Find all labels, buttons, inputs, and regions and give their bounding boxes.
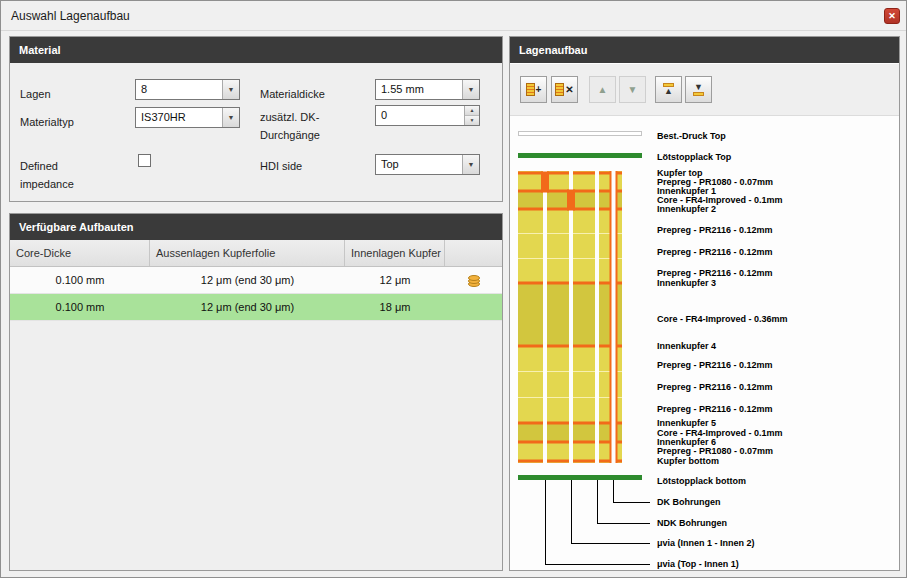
materialdicke-select[interactable]: 1.55 mm ▼ [375, 79, 480, 100]
table-row[interactable]: 0.100 mm12 μm (end 30 μm)18 μm [10, 294, 502, 321]
delete-x-icon: ✕ [565, 84, 573, 95]
dk-plating [616, 171, 618, 463]
close-button[interactable]: ✕ [884, 8, 900, 24]
plus-icon: + [536, 84, 542, 95]
layer-bar-icon [693, 92, 704, 96]
spinner-down-button[interactable]: ▼ [465, 115, 479, 125]
cell-icon [445, 294, 502, 320]
hdi-side-value: Top [376, 155, 462, 174]
layer-label: Kupfer bottom [657, 455, 719, 467]
arrow-down-icon: ▼ [694, 83, 703, 92]
layer-label: Prepreg - PR2116 - 0.12mm [657, 403, 773, 415]
stackup-view: Best.-Druck TopLötstopplack TopKupfer to… [510, 127, 899, 570]
layer-label: Innenkupfer 3 [657, 277, 716, 289]
dialog-title: Auswahl Lagenaufbau [11, 9, 130, 23]
add-layer-button[interactable]: + [520, 76, 547, 103]
dropdown-arrow-icon[interactable]: ▼ [222, 80, 239, 99]
arrow-up-icon: ▲ [664, 87, 673, 96]
cell-icon [445, 267, 502, 293]
cell-aussen: 12 μm (end 30 μm) [150, 294, 345, 320]
leader-uvia-innen [572, 480, 651, 544]
layer-label: μvia (Top - Innen 1) [657, 558, 739, 570]
layer-label: Prepreg - PR2116 - 0.12mm [657, 224, 773, 236]
lagen-label: Lagen [20, 85, 51, 103]
dk-hole [611, 171, 616, 463]
layer-label: Innenkupfer 2 [657, 203, 716, 215]
layer-label: Core - FR4-Improved - 0.36mm [657, 313, 788, 325]
dk-plating [610, 171, 612, 463]
move-down-button[interactable]: ▼ [619, 76, 646, 103]
dropdown-arrow-icon[interactable]: ▼ [462, 80, 479, 99]
aufbauten-table-body: 0.100 mm12 μm (end 30 μm)12 μm0.100 mm12… [10, 267, 502, 321]
layer-label: μvia (Innen 1 - Innen 2) [657, 537, 755, 549]
cell-core: 0.100 mm [10, 267, 150, 293]
close-icon: ✕ [888, 11, 896, 21]
layer-label: Innenkupfer 4 [657, 340, 716, 352]
microvia-hole [569, 171, 573, 463]
materialtyp-select[interactable]: IS370HR ▼ [135, 107, 240, 128]
titlebar: Auswahl Lagenaufbau ✕ [1, 1, 906, 31]
materialtyp-label: Materialtyp [20, 113, 74, 131]
aufbauten-panel: Verfügbare Aufbauten Core-Dicke Aussenla… [9, 213, 503, 571]
move-to-bottom-button[interactable]: ▼ [685, 76, 712, 103]
layer-label: Prepreg - PR2116 - 0.12mm [657, 381, 773, 393]
layer-label: NDK Bohrungen [657, 517, 727, 529]
materialdicke-value: 1.55 mm [376, 80, 462, 99]
dropdown-arrow-icon[interactable]: ▼ [462, 155, 479, 174]
delete-layer-button[interactable]: ✕ [551, 76, 578, 103]
move-to-top-button[interactable]: ▲ [655, 76, 682, 103]
dk-durchgaenge-value: 0 [376, 106, 464, 125]
layer-label: Best.-Druck Top [657, 130, 726, 142]
cell-innen: 18 μm [345, 294, 445, 320]
material-panel-header: Material [10, 37, 502, 63]
microvia-innen1-innen2 [567, 190, 575, 211]
leader-dk [614, 480, 651, 503]
layer-label: Lötstopplack Top [657, 151, 731, 163]
lagenaufbau-panel: Lagenaufbau + ✕ ▲ ▼ ▲ [509, 36, 900, 571]
arrow-down-icon: ▼ [628, 84, 638, 95]
material-panel: Material Lagen 8 ▼ Materialtyp IS370HR ▼… [9, 36, 503, 202]
move-up-button[interactable]: ▲ [589, 76, 616, 103]
layer-stack-icon [555, 83, 564, 96]
spinner-buttons: ▲ ▼ [464, 106, 479, 125]
dk-durchgaenge-spinner[interactable]: 0 ▲ ▼ [375, 105, 480, 126]
hdi-side-label: HDI side [260, 157, 302, 175]
table-row[interactable]: 0.100 mm12 μm (end 30 μm)12 μm [10, 267, 502, 294]
layer-label: Prepreg - PR2116 - 0.12mm [657, 359, 773, 371]
column-header-aussenlagen[interactable]: Aussenlagen Kupferfolie [150, 240, 345, 266]
soldermask-bottom-bar [518, 475, 642, 480]
lagen-value: 8 [136, 80, 222, 99]
aufbauten-panel-header: Verfügbare Aufbauten [10, 214, 502, 240]
silkscreen-top-bar [519, 132, 642, 136]
defined-impedance-label: Defined impedance [20, 157, 92, 193]
stackup-graphic [510, 127, 655, 570]
cell-core: 0.100 mm [10, 294, 150, 320]
lagenaufbau-panel-header: Lagenaufbau [510, 37, 899, 63]
ndk-hole [595, 171, 599, 463]
cell-innen: 12 μm [345, 267, 445, 293]
layer-label: DK Bohrungen [657, 496, 721, 508]
materialtyp-value: IS370HR [136, 108, 222, 127]
column-header-extra[interactable] [445, 240, 502, 266]
spinner-up-button[interactable]: ▲ [465, 106, 479, 115]
lagen-select[interactable]: 8 ▼ [135, 79, 240, 100]
microvia-top-innen1 [541, 172, 549, 193]
microvia-hole [543, 171, 547, 463]
coins-icon [466, 273, 482, 288]
material-form: Lagen 8 ▼ Materialtyp IS370HR ▼ Defined … [10, 63, 502, 202]
cell-aussen: 12 μm (end 30 μm) [150, 267, 345, 293]
column-header-innenlagen[interactable]: Innenlagen Kupfer [345, 240, 445, 266]
stackup-toolbar: + ✕ ▲ ▼ ▲ ▼ [510, 64, 899, 116]
arrow-up-icon: ▲ [598, 84, 608, 95]
layer-stack-icon [526, 83, 535, 96]
dropdown-arrow-icon[interactable]: ▼ [222, 108, 239, 127]
layer-label: Lötstopplack bottom [657, 475, 746, 487]
soldermask-top-bar [518, 153, 642, 158]
hdi-side-select[interactable]: Top ▼ [375, 154, 480, 175]
layer-stackup-dialog: Auswahl Lagenaufbau ✕ Material Lagen 8 ▼… [0, 0, 907, 578]
defined-impedance-checkbox[interactable] [138, 154, 151, 167]
column-header-core-dicke[interactable]: Core-Dicke [10, 240, 150, 266]
dk-durchgaenge-label: zusätzl. DK-Durchgänge [260, 108, 338, 144]
layer-label: Prepreg - PR2116 - 0.12mm [657, 246, 773, 258]
leader-ndk [598, 480, 651, 524]
